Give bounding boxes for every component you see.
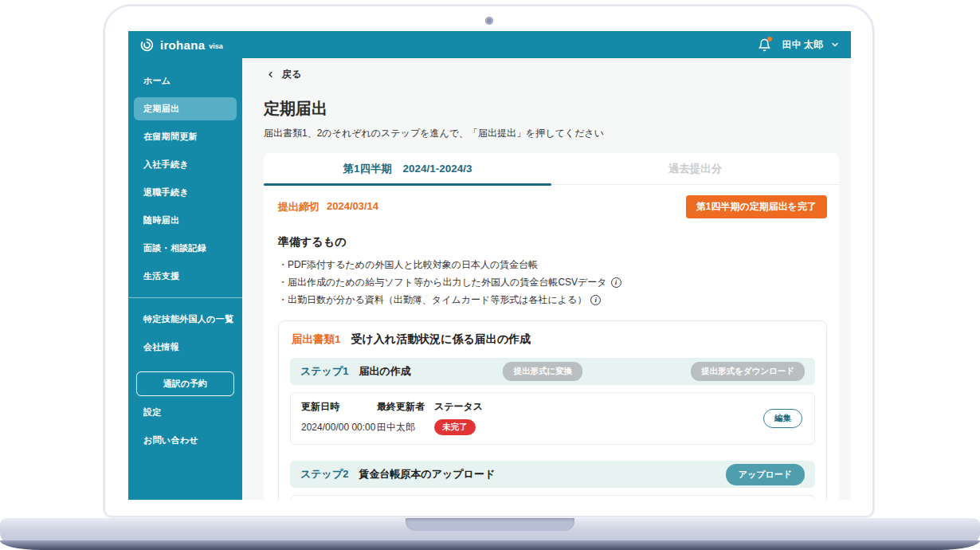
download-format-button[interactable]: 提出形式をダウンロード (691, 362, 805, 381)
list-item: ・届出作成のための給与ソフト等から出力した外国人の賃金台帳CSVデータ i (278, 273, 827, 291)
document-number-badge: 届出書類1 (292, 332, 341, 347)
deadline-label: 提出締切 (278, 200, 319, 214)
info-icon[interactable]: i (590, 295, 601, 305)
prepare-list: ・PDF添付するための外国人と比較対象の日本人の賃金台帳 ・届出作成のための給与… (278, 256, 827, 308)
laptop-notch (406, 518, 574, 531)
sidebar-item-onboarding[interactable]: 入社手続き (134, 153, 237, 176)
tab-current-label: 第1四半期 2024/1-2024/3 (343, 162, 472, 176)
prepare-item-text: ・届出作成のための給与ソフト等から出力した外国人の賃金台帳CSVデータ (278, 273, 607, 291)
step2-header-row: ステップ2 賃金台帳原本のアップロード アップロード (290, 461, 815, 488)
table-row: 2024/00/00 00:00 田中太郎 未完了 (301, 419, 804, 435)
page-title: 定期届出 (264, 98, 839, 120)
prepare-item-text: ・出勤日数が分かる資料（出勤簿、タイムカード等形式は各社による） (278, 291, 586, 308)
prepare-section-title: 準備するもの (278, 235, 827, 249)
step1-title: 届出の作成 (359, 364, 410, 379)
sidebar-item-company-info[interactable]: 会社情報 (134, 336, 237, 359)
step2-label: ステップ2 (300, 467, 348, 481)
edit-button[interactable]: 編集 (763, 409, 802, 428)
sidebar-item-contact[interactable]: お問い合わせ (134, 429, 237, 452)
user-menu[interactable]: 田中 太郎 (782, 38, 840, 52)
logo-text: irohana (160, 38, 205, 52)
laptop-lid: irohana visa 田中 太郎 (104, 5, 874, 517)
document-title: 受け入れ活動状況に係る届出の作成 (351, 332, 531, 347)
sidebar-item-resignation[interactable]: 退職手続き (134, 181, 237, 204)
sidebar-divider (128, 297, 242, 298)
col-updated-at: 更新日時 (301, 400, 377, 414)
notification-badge-dot (767, 37, 772, 41)
tab-past-submissions[interactable]: 過去提出分 (551, 153, 839, 184)
status-badge: 未完了 (434, 419, 476, 435)
active-tab-underline (264, 183, 551, 186)
sidebar-item-life-support[interactable]: 生活支援 (134, 265, 237, 288)
list-item: ・PDF添付するための外国人と比較対象の日本人の賃金台帳 (278, 256, 827, 273)
submission-deadline: 提出締切 2024/03/14 (278, 200, 378, 214)
step1-status-table: 更新日時 最終更新者 ステータス 2024/00/00 00:00 田中太郎 未… (290, 392, 815, 445)
complete-quarter-report-button[interactable]: 第1四半期の定期届出を完了 (686, 195, 827, 218)
prepare-item-text: ・PDF添付するための外国人と比較対象の日本人の賃金台帳 (278, 256, 538, 273)
sidebar-item-home[interactable]: ホーム (134, 69, 237, 92)
sidebar-item-foreign-workers-list[interactable]: 特定技能外国人の一覧 (134, 308, 237, 331)
step2-title: 賃金台帳原本のアップロード (359, 467, 495, 481)
tab-bar: 第1四半期 2024/1-2024/3 過去提出分 (264, 153, 839, 185)
sidebar: ホーム 定期届出 在留期間更新 入社手続き 退職手続き 随時届出 面談・相談記録… (128, 58, 242, 500)
step1-header-row: ステップ1 届出の作成 提出形式に変換 提出形式をダウンロード (290, 358, 815, 385)
step2-status-table: 更新日時 最終更新者 ステータス 2024/00/00 00:00 田中太郎 未… (290, 495, 815, 500)
laptop-base (0, 518, 980, 545)
laptop-mockup: irohana visa 田中 太郎 (0, 0, 980, 550)
main-content: 戻る 定期届出 届出書類1、2のそれぞれのステップを進んで、「届出提出」を押して… (242, 58, 851, 500)
app-logo[interactable]: irohana visa (139, 37, 223, 53)
step1-label: ステップ1 (300, 364, 348, 379)
sidebar-item-adhoc-report[interactable]: 随時届出 (134, 209, 237, 232)
app-screen: irohana visa 田中 太郎 (128, 31, 851, 500)
last-updater-value: 田中太郎 (377, 421, 434, 434)
logo-swirl-icon (139, 37, 155, 53)
sidebar-item-periodic-report[interactable]: 定期届出 (134, 97, 237, 120)
chevron-left-icon (266, 70, 275, 79)
laptop-base-edge (0, 540, 980, 550)
notification-bell-icon[interactable] (758, 38, 771, 52)
chevron-down-icon (830, 40, 840, 49)
col-last-updater: 最終更新者 (377, 400, 434, 414)
logo-subtext: visa (209, 42, 223, 50)
user-name: 田中 太郎 (782, 38, 823, 52)
convert-format-button[interactable]: 提出形式に変換 (503, 362, 582, 381)
sidebar-item-residence-renewal[interactable]: 在留期間更新 (134, 125, 237, 148)
info-icon[interactable]: i (611, 277, 621, 288)
document-1-card: 届出書類1 受け入れ活動状況に係る届出の作成 ステップ1 届出の作成 提出形式に… (278, 320, 827, 500)
sidebar-item-interview-records[interactable]: 面談・相談記録 (134, 237, 237, 260)
report-panel: 第1四半期 2024/1-2024/3 過去提出分 提出締切 (264, 153, 839, 500)
col-status: ステータス (434, 400, 804, 414)
list-item: ・出勤日数が分かる資料（出勤簿、タイムカード等形式は各社による） i (278, 291, 827, 308)
top-bar: irohana visa 田中 太郎 (128, 31, 851, 58)
interpreter-reservation-button[interactable]: 通訳の予約 (136, 371, 234, 396)
sidebar-item-settings[interactable]: 設定 (134, 401, 237, 424)
upload-button[interactable]: アップロード (726, 464, 805, 485)
deadline-date: 2024/03/14 (327, 200, 378, 214)
tab-past-label: 過去提出分 (668, 162, 723, 176)
tab-current-quarter[interactable]: 第1四半期 2024/1-2024/3 (264, 153, 551, 184)
page-subtitle: 届出書類1、2のそれぞれのステップを進んで、「届出提出」を押してください (264, 127, 839, 140)
webcam-dot (485, 17, 493, 25)
updated-at-value: 2024/00/00 00:00 (301, 422, 377, 433)
back-label: 戻る (282, 68, 301, 81)
back-button[interactable]: 戻る (266, 68, 839, 81)
